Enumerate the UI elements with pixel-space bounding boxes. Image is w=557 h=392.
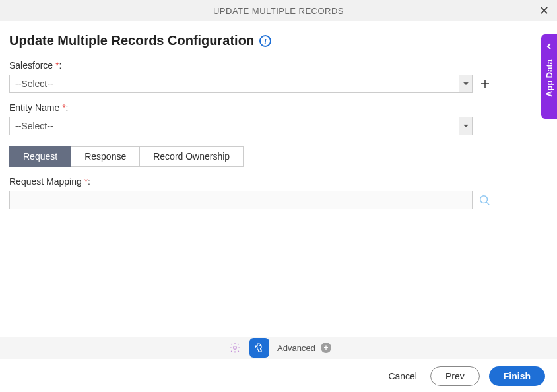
request-mapping-input[interactable] <box>9 191 473 209</box>
tab-request[interactable]: Request <box>9 146 71 167</box>
chevron-down-icon[interactable] <box>459 117 472 135</box>
add-salesforce-button[interactable] <box>479 78 491 90</box>
label-colon: : <box>66 102 69 113</box>
puzzle-icon[interactable] <box>249 338 269 358</box>
request-mapping-label: Request Mapping *: <box>9 176 544 187</box>
page-title-row: Update Multiple Records Configuration i <box>9 33 544 48</box>
prev-button[interactable]: Prev <box>430 366 480 386</box>
label-colon: : <box>88 176 90 187</box>
request-mapping-field: Request Mapping *: <box>9 176 544 209</box>
entity-label: Entity Name *: <box>9 102 544 113</box>
entity-select[interactable]: --Select-- <box>9 117 473 135</box>
request-mapping-row <box>9 191 544 209</box>
content-area: Update Multiple Records Configuration i … <box>0 21 557 209</box>
advanced-label: Advanced <box>277 343 315 353</box>
lookup-icon[interactable] <box>478 193 491 207</box>
salesforce-select[interactable]: --Select-- <box>9 75 473 93</box>
page-title: Update Multiple Records Configuration <box>9 33 254 48</box>
chevron-left-icon <box>546 41 552 51</box>
advanced-bar: Advanced + <box>0 337 557 359</box>
salesforce-label: Salesforce *: <box>9 60 544 71</box>
app-data-panel-toggle[interactable]: App Data <box>541 34 557 119</box>
close-icon[interactable]: ✕ <box>536 3 552 18</box>
tab-response[interactable]: Response <box>71 146 140 167</box>
label-text: Salesforce <box>9 60 53 71</box>
dialog-title: UPDATE MULTIPLE RECORDS <box>0 6 557 16</box>
app-data-label: App Data <box>544 59 554 97</box>
gear-icon[interactable] <box>226 339 244 357</box>
entity-row: --Select-- <box>9 117 544 135</box>
finish-button[interactable]: Finish <box>489 366 545 386</box>
tab-bar: Request Response Record Ownership <box>9 146 544 167</box>
required-marker: * <box>82 176 88 187</box>
chevron-down-icon[interactable] <box>459 75 472 92</box>
entity-field: Entity Name *: --Select-- <box>9 102 544 135</box>
footer: Cancel Prev Finish <box>0 360 557 392</box>
svg-point-2 <box>480 196 488 203</box>
svg-line-3 <box>486 202 489 205</box>
salesforce-field: Salesforce *: --Select-- <box>9 60 544 93</box>
entity-value: --Select-- <box>10 117 459 135</box>
cancel-button[interactable]: Cancel <box>384 370 421 382</box>
required-marker: * <box>53 60 59 71</box>
label-colon: : <box>59 60 62 71</box>
info-icon[interactable]: i <box>259 35 271 47</box>
label-text: Request Mapping <box>9 176 82 187</box>
svg-point-4 <box>234 346 237 350</box>
required-marker: * <box>59 102 65 113</box>
label-text: Entity Name <box>9 102 59 113</box>
salesforce-value: --Select-- <box>10 75 459 92</box>
tab-record-ownership[interactable]: Record Ownership <box>140 146 244 167</box>
advanced-add-icon[interactable]: + <box>321 343 331 353</box>
salesforce-row: --Select-- <box>9 75 544 93</box>
dialog-header: UPDATE MULTIPLE RECORDS ✕ <box>0 0 557 21</box>
